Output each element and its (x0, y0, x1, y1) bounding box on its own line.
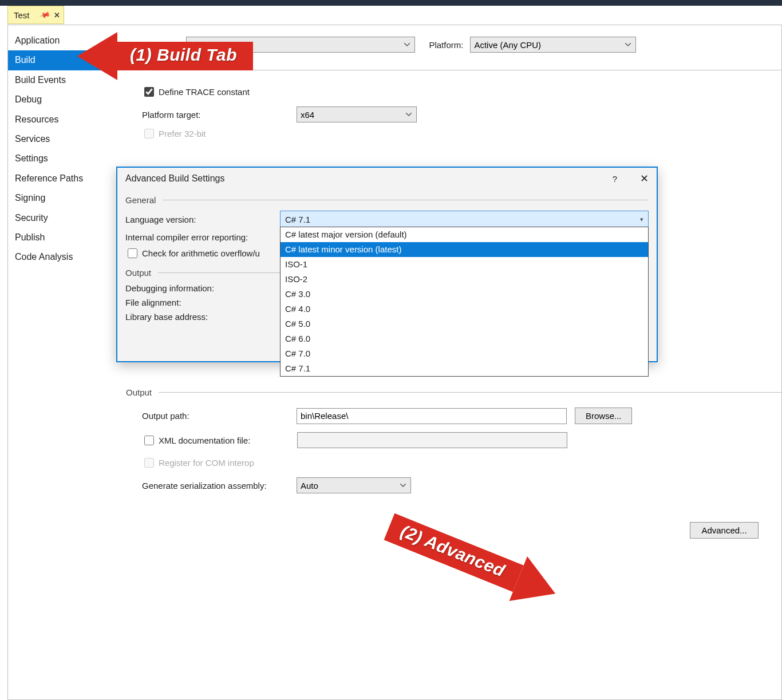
sidebar-item-settings[interactable]: Settings (8, 149, 109, 168)
dialog-help-button[interactable]: ? (613, 174, 617, 184)
debug-info-label: Debugging information: (125, 283, 280, 293)
advanced-button[interactable]: Advanced... (690, 522, 759, 539)
define-trace-checkbox-input[interactable] (144, 87, 154, 97)
sidebar-item-debug[interactable]: Debug (8, 90, 109, 109)
tab-title: Test (14, 10, 30, 20)
lang-option[interactable]: C# 6.0 (281, 331, 648, 346)
prefer-32bit-checkbox-input (144, 129, 154, 139)
lang-option[interactable]: ISO-2 (281, 272, 648, 287)
library-base-address-label: Library base address: (125, 312, 280, 322)
browse-button[interactable]: Browse... (575, 408, 632, 424)
define-trace-checkbox[interactable]: Define TRACE constant (142, 85, 781, 98)
sidebar-item-resources[interactable]: Resources (8, 110, 109, 129)
xml-doc-checkbox[interactable]: XML documentation file: (142, 432, 781, 448)
arith-overflow-checkbox-input[interactable] (128, 248, 137, 258)
project-properties-tab[interactable]: Test 📌 ✕ (7, 6, 64, 24)
dialog-close-button[interactable]: ✕ (640, 172, 649, 185)
file-alignment-label: File alignment: (125, 298, 280, 307)
properties-sidebar: Application Build Build Events Debug Res… (8, 25, 109, 699)
platform-dropdown[interactable]: Active (Any CPU) (470, 37, 636, 53)
gen-serial-label: Generate serialization assembly: (142, 481, 297, 491)
lang-option[interactable]: C# latest major version (default) (281, 227, 648, 242)
lang-option[interactable]: C# 5.0 (281, 317, 648, 331)
sidebar-item-signing[interactable]: Signing (8, 188, 109, 208)
annotation-build-tab: (1) Build Tab (77, 32, 253, 80)
lang-option[interactable]: C# 7.0 (281, 346, 648, 361)
lang-option[interactable]: C# 3.0 (281, 287, 648, 302)
language-version-list: C# latest major version (default) C# lat… (280, 227, 649, 377)
xml-doc-path-input (297, 432, 567, 448)
advanced-build-settings-dialog: Advanced Build Settings ? ✕ General Lang… (116, 167, 658, 362)
sidebar-item-services[interactable]: Services (8, 129, 109, 149)
sidebar-item-reference-paths[interactable]: Reference Paths (8, 169, 109, 188)
sidebar-item-code-analysis[interactable]: Code Analysis (8, 247, 109, 267)
close-icon[interactable]: ✕ (54, 11, 60, 19)
lang-option[interactable]: C# 7.1 (281, 361, 648, 376)
language-version-dropdown[interactable]: C# 7.1 ▾ C# latest major version (defaul… (280, 211, 649, 228)
register-com-checkbox-input (144, 458, 154, 468)
xml-doc-checkbox-input[interactable] (144, 436, 154, 445)
language-version-label: Language version: (125, 215, 280, 224)
ide-titlebar (0, 0, 782, 6)
sidebar-item-security[interactable]: Security (8, 208, 109, 228)
chevron-down-icon: ▾ (640, 216, 643, 223)
internal-error-label: Internal compiler error reporting: (125, 232, 280, 242)
pin-icon[interactable]: 📌 (38, 9, 50, 21)
lang-option[interactable]: ISO-1 (281, 257, 648, 272)
platform-label: Platform: (429, 40, 463, 50)
sidebar-item-publish[interactable]: Publish (8, 228, 109, 247)
platform-target-label: Platform target: (142, 110, 297, 120)
lang-option[interactable]: C# latest minor version (latest) (281, 242, 648, 257)
prefer-32bit-checkbox: Prefer 32-bit (142, 127, 781, 140)
dialog-output-header: Output (125, 268, 158, 278)
output-group-header: Output (126, 387, 781, 397)
platform-target-dropdown[interactable]: x64 (297, 106, 417, 122)
register-com-checkbox: Register for COM interop (142, 456, 781, 469)
output-path-label: Output path: (142, 411, 297, 421)
general-header: General (125, 195, 163, 205)
dialog-title: Advanced Build Settings (125, 173, 613, 184)
gen-serial-dropdown[interactable]: Auto (297, 477, 411, 493)
lang-option[interactable]: C# 4.0 (281, 302, 648, 317)
output-path-input[interactable] (297, 408, 567, 424)
